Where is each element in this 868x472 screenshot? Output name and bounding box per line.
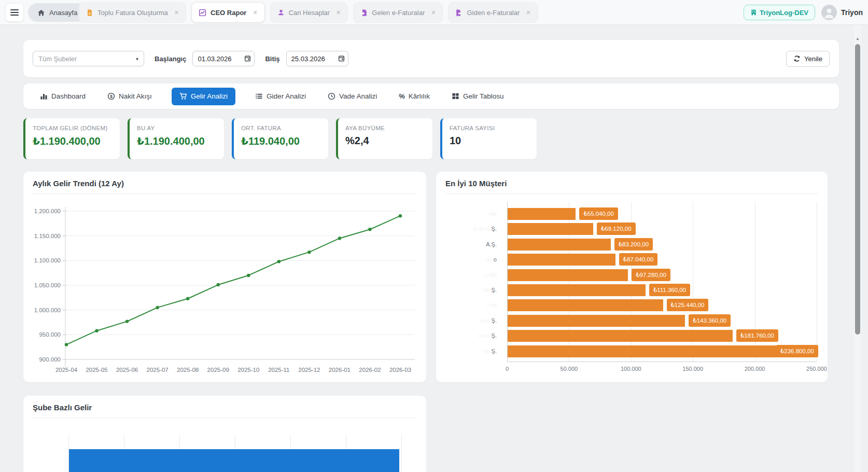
nav-tab-label: Gelir Tablosu: [463, 92, 504, 100]
scrollbar-thumb[interactable]: [855, 44, 860, 335]
redacted-text: ·· ··: [481, 317, 490, 324]
bar: [508, 239, 611, 251]
svg-text:2025-12: 2025-12: [298, 367, 320, 373]
redacted-text: ·· ···: [479, 332, 489, 339]
kpi-bu-ay: BU AY ₺1.190.400,00: [128, 118, 224, 159]
start-date-label: Başlangıç: [155, 55, 186, 63]
x-axis: [507, 362, 817, 362]
tab-anasayfa[interactable]: Anasayfa: [28, 3, 87, 22]
report-nav: Dashboard $ Nakit Akışı Gelir Analizi Gi…: [23, 84, 839, 109]
bar: [508, 284, 646, 296]
bar-value-label: ₺181.760,00: [736, 329, 778, 342]
kpi-value: ₺1.190.400,00: [137, 135, 217, 147]
kpi-value: 10: [450, 135, 529, 147]
chart-title: En İyi 10 Müşteri: [436, 172, 828, 193]
svg-text:950.000: 950.000: [39, 331, 61, 338]
coin-icon: $: [107, 92, 115, 100]
nav-tab-gider-analizi[interactable]: Gider Analizi: [253, 88, 308, 105]
close-icon[interactable]: ✕: [174, 9, 179, 16]
category-suffix: Ş.: [490, 332, 497, 339]
end-date-label: Bitiş: [265, 55, 279, 63]
filter-bar: Tüm Şubeler ▾ Başlangıç Bitiş Yenile: [23, 40, 839, 77]
cart-icon: [179, 92, 187, 100]
bar-category-label: ··· Ş.: [445, 284, 502, 296]
bar-value-label: ₺87.040,00: [619, 253, 657, 266]
top-customers-card: En İyi 10 Müşteri 050.000100.000150.0002…: [436, 172, 828, 382]
nav-tab-gelir-analizi[interactable]: Gelir Analizi: [172, 88, 235, 105]
svg-text:2025-06: 2025-06: [116, 367, 138, 373]
redacted-text: · ···: [487, 302, 497, 308]
close-icon[interactable]: ✕: [336, 9, 341, 16]
svg-text:2025-04: 2025-04: [55, 367, 78, 373]
tab-toplu-fatura[interactable]: Toplu Fatura Oluşturma ✕: [79, 2, 186, 23]
nav-tab-dashboard[interactable]: Dashboard: [38, 88, 88, 105]
x-tick-label: 250.000: [796, 366, 837, 372]
topbar: Anasayfa Toplu Fatura Oluşturma ✕ CEO Ra…: [0, 0, 868, 25]
end-date-wrap: [286, 51, 348, 66]
bar: [508, 315, 685, 327]
nav-tab-vade-analizi[interactable]: Vade Analizi: [326, 88, 379, 105]
redacted-text: ·· ··· ··: [473, 226, 490, 232]
bar-value-label: ₺83.200,00: [614, 238, 653, 251]
svg-text:1.050.000: 1.050.000: [34, 282, 61, 288]
caret-down-icon: ▾: [136, 56, 138, 62]
tab-ceo-rapor[interactable]: CEO Rapor ✕: [191, 2, 265, 23]
category-suffix: o: [492, 256, 497, 262]
x-tick-label: 200.000: [734, 366, 776, 372]
bar-category-label: A.Ş.: [445, 239, 502, 251]
bar-value-label: ₺69.120,00: [597, 223, 635, 235]
tab-label: Cari Hesaplar: [289, 9, 330, 17]
refresh-button-label: Yenile: [804, 55, 822, 63]
svg-text:2025-10: 2025-10: [237, 367, 259, 373]
kpi-label: BU AY: [137, 125, 217, 131]
bar-category-label: · ···: [445, 299, 502, 311]
top-customers-bar-chart: 050.000100.000150.000200.000250.000···· …: [445, 199, 818, 378]
kpi-value: ₺1.190.400,00: [33, 135, 113, 147]
bar-category-label: ··· o: [445, 254, 502, 266]
close-icon[interactable]: ✕: [526, 9, 530, 16]
divider: [33, 193, 417, 194]
nav-tab-label: Gider Analizi: [267, 92, 306, 100]
nav-tab-nakit-akisi[interactable]: $ Nakit Akışı: [105, 88, 154, 105]
refresh-button[interactable]: Yenile: [786, 51, 830, 67]
calendar-icon: [338, 55, 345, 62]
kpi-aya-buyume: AYA BÜYÜME %2,4: [336, 118, 432, 159]
refresh-icon: [793, 55, 801, 62]
svg-text:900.000: 900.000: [39, 356, 61, 363]
svg-text:1.000.000: 1.000.000: [34, 307, 61, 313]
bar-category-label: ··· Ş.: [445, 345, 502, 357]
hamburger-icon: [10, 9, 19, 10]
nav-tab-label: Kârlılık: [409, 92, 430, 100]
nav-tab-gelir-tablosu[interactable]: Gelir Tablosu: [450, 88, 506, 105]
category-suffix: Ş.: [490, 226, 497, 232]
svg-text:2025-08: 2025-08: [177, 367, 199, 373]
chart-title: Aylık Gelir Trendi (12 Ay): [23, 172, 426, 193]
scrollbar-track[interactable]: ▲: [854, 25, 861, 472]
svg-text:2025-11: 2025-11: [268, 367, 289, 373]
environment-badge[interactable]: TriyonLog-DEV: [744, 5, 815, 20]
kpi-toplam-gelir: TOPLAM GELIR (DÖNEM) ₺1.190.400,00: [23, 118, 120, 159]
tab-giden-efaturalar[interactable]: Giden e-Faturalar ✕: [448, 2, 538, 23]
branch-select-placeholder: Tüm Şubeler: [38, 55, 136, 63]
bar: [508, 299, 663, 311]
svg-text:$: $: [110, 94, 113, 99]
divider: [445, 193, 818, 194]
bar-category-label: ·· ··· ·· Ş.: [445, 223, 502, 235]
gridline: [817, 202, 817, 362]
bar: [508, 269, 628, 281]
user-name: Triyon: [841, 8, 863, 17]
user-menu[interactable]: Triyon: [821, 5, 863, 20]
menu-button[interactable]: [5, 3, 24, 22]
tab-cari-hesaplar[interactable]: Cari Hesaplar ✕: [270, 2, 348, 23]
branch-select[interactable]: Tüm Şubeler ▾: [33, 51, 144, 66]
bar-value-label: ₺111.360,00: [649, 284, 690, 296]
close-icon[interactable]: ✕: [431, 9, 436, 16]
close-icon[interactable]: ✕: [253, 9, 257, 16]
start-date-wrap: [192, 51, 255, 66]
nav-tab-karlilik[interactable]: % Kârlılık: [397, 88, 432, 105]
tab-gelen-efaturalar[interactable]: Gelen e-Faturalar ✕: [353, 2, 443, 23]
scroll-up-icon[interactable]: ▲: [854, 36, 861, 41]
chart-title: Şube Bazlı Gelir: [23, 396, 426, 418]
tab-label: Giden e-Faturalar: [467, 9, 520, 17]
kpi-label: AYA BÜYÜME: [345, 125, 425, 131]
